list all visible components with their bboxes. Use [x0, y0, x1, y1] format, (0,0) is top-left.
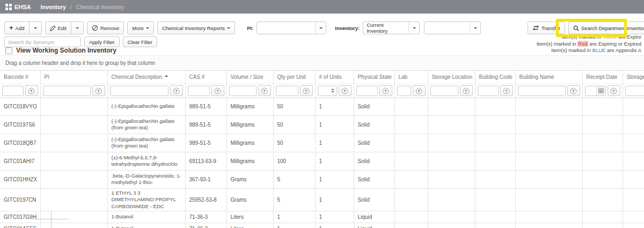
column-header-building_name[interactable]: Building Name — [515, 71, 582, 84]
table-row-GITC018VYO[interactable]: GITC018VYO(-)-Epigallocathechin gallate9… — [0, 98, 644, 115]
column-header-lab[interactable]: Lab — [394, 71, 428, 84]
date-picker-button[interactable] — [596, 86, 605, 95]
cell-state: Solid — [354, 134, 394, 152]
filter-input-storage_location[interactable] — [431, 86, 458, 95]
edit-button[interactable]: Edit — [45, 21, 71, 34]
search-by-synonym-input[interactable] — [4, 36, 81, 47]
column-label: Receipt Date — [587, 74, 618, 80]
expiration-legend: Item(s) marked in Yellow will Expire Ite… — [537, 34, 641, 54]
filter-input-desc[interactable] — [111, 86, 168, 95]
cell-units: 1 — [315, 98, 354, 115]
filter-input-volume[interactable] — [230, 86, 256, 95]
filter-menu-button-building_code[interactable] — [500, 85, 513, 96]
column-header-units[interactable]: # of Units — [315, 71, 354, 84]
column-header-cas[interactable]: CAS # — [185, 71, 226, 84]
column-header-qty[interactable]: Qty per Unit — [273, 71, 315, 84]
clear-filter-button[interactable]: Clear Filter — [123, 36, 157, 47]
column-header-building_code[interactable]: Building Code — [475, 71, 515, 84]
inventory-select[interactable]: Current Inventory — [363, 21, 420, 34]
breadcrumb: Inventory / Chemical Inventory — [41, 4, 125, 10]
filter-menu-button-state[interactable] — [379, 85, 392, 96]
filter-input-state[interactable] — [357, 86, 377, 95]
table-row-GITC017G9H[interactable]: GITC017G9H1-Butanol71-36-3Liters11Liquid — [0, 211, 644, 223]
filter-cell-pi — [40, 84, 107, 98]
column-header-receipt_date[interactable]: Receipt Date — [582, 71, 623, 84]
main-toolbar: + Add Edit Remove More Chemical Inve — [4, 21, 481, 34]
column-header-desc[interactable]: Chemical Description — [107, 71, 185, 84]
filter-menu-button-barcode[interactable] — [25, 85, 38, 96]
add-dropdown-button[interactable] — [29, 21, 42, 34]
cell-units: 1 — [315, 188, 354, 211]
filter-menu-button-receipt_date[interactable] — [608, 85, 620, 96]
cell-storage_pressure — [623, 170, 644, 188]
filter-menu-button-qty[interactable] — [300, 85, 313, 96]
inventory-filter-dropdown-button[interactable] — [470, 22, 480, 34]
cell-receipt_date — [582, 223, 623, 228]
table-row-GITC01HHZX[interactable]: GITC01HHZX.beta.-D-Galactopyranoside, 1-… — [0, 170, 644, 188]
filter-cell-cas — [185, 84, 226, 98]
column-header-pi[interactable]: PI — [40, 71, 107, 84]
filter-input-pi[interactable] — [43, 86, 90, 95]
filter-input-building_code[interactable] — [478, 86, 498, 95]
column-header-state[interactable]: Physical State — [354, 71, 394, 84]
filter-input-qty[interactable] — [276, 86, 298, 95]
remove-button[interactable]: Remove — [87, 21, 124, 34]
inventory-filter-input[interactable] — [425, 22, 470, 34]
filter-menu-button-volume[interactable] — [258, 85, 271, 96]
filter-menu-button-lab[interactable] — [413, 85, 426, 96]
cell-desc: 1-Butanol — [107, 211, 185, 223]
table-row-GITC0197S6[interactable]: GITC0197S6(-)-Epigallocathechin gallate … — [0, 115, 644, 134]
filter-input-cas[interactable] — [188, 86, 209, 95]
cell-qty: 5 — [273, 170, 315, 188]
more-button[interactable]: More — [127, 21, 154, 34]
column-header-storage_pressure[interactable]: Storage Pressure — [623, 71, 644, 84]
number-spinner-icon[interactable] — [330, 86, 336, 95]
cell-storage_location — [428, 223, 475, 228]
app-menu-button[interactable]: EHSA — [5, 4, 31, 10]
column-header-barcode[interactable]: Barcode # — [0, 71, 40, 84]
transfer-button[interactable]: Transfer — [528, 21, 565, 34]
filter-input-units[interactable] — [318, 86, 330, 95]
filter-menu-button-building_name[interactable] — [567, 85, 580, 96]
filter-input-building_name[interactable] — [518, 86, 565, 95]
column-label: Storage Pressure — [627, 74, 644, 80]
filter-menu-button-units[interactable] — [339, 85, 352, 96]
filter-input-barcode[interactable] — [3, 86, 23, 95]
filter-cell-storage_pressure — [623, 84, 644, 98]
table-row-GITC0197CN[interactable]: GITC0197CN1 ETHYL 3 3 DIMETHYLAMINO PROP… — [0, 188, 644, 211]
view-working-solution-checkbox[interactable] — [5, 47, 12, 54]
table-row-GITC018QB7[interactable]: GITC018QB7(-)-Epigallocathechin gallate … — [0, 134, 644, 152]
inventory-dropdown-button[interactable] — [408, 22, 419, 34]
cell-volume: Milligrams — [226, 115, 273, 134]
filter-input-storage_pressure[interactable] — [626, 86, 644, 95]
edit-dropdown-button[interactable] — [71, 21, 84, 34]
filter-input-receipt_date[interactable] — [586, 86, 596, 95]
add-button[interactable]: + Add — [4, 21, 30, 34]
table-row-GITC01AHI7[interactable]: GITC01AHI7(±)-6-Methyl-5,6,7,8-tetrahydr… — [0, 152, 644, 170]
filter-menu-button-desc[interactable] — [170, 85, 183, 96]
table-row-GITC01AEEE[interactable]: GITC01AEEE1-Butanol71-36-3Liters11Liquid — [0, 223, 644, 228]
column-header-volume[interactable]: Volume / Size — [226, 71, 273, 84]
search-department-inventory-button[interactable]: Search Department Inventory — [568, 21, 644, 34]
pi-dropdown-button[interactable] — [315, 22, 326, 34]
filter-cell-qty — [273, 84, 315, 98]
pi-input[interactable] — [257, 22, 315, 34]
filter-funnel-icon — [610, 87, 617, 94]
cell-units: 1 — [315, 170, 354, 188]
pi-combobox[interactable] — [257, 21, 326, 34]
cell-pi — [40, 170, 107, 188]
group-by-drop-zone[interactable]: Drag a column header and drop it here to… — [0, 55, 644, 71]
apply-filter-button[interactable]: Apply Filter — [84, 36, 120, 47]
cell-pi — [40, 152, 107, 170]
add-button-group: + Add — [4, 21, 42, 34]
filter-menu-button-storage_location[interactable] — [460, 85, 473, 96]
breadcrumb-inventory[interactable]: Inventory — [41, 4, 66, 10]
cell-storage_pressure — [623, 115, 644, 134]
filter-menu-button-cas[interactable] — [211, 85, 224, 96]
filter-input-lab[interactable] — [398, 86, 411, 95]
column-header-storage_location[interactable]: Storage Location — [428, 71, 475, 84]
filter-menu-button-pi[interactable] — [92, 85, 105, 96]
chemical-inventory-reports-button[interactable]: Chemical Inventory Reports — [157, 21, 235, 34]
cell-volume: Milligrams — [226, 152, 273, 170]
inventory-filter-combobox[interactable] — [424, 21, 481, 34]
